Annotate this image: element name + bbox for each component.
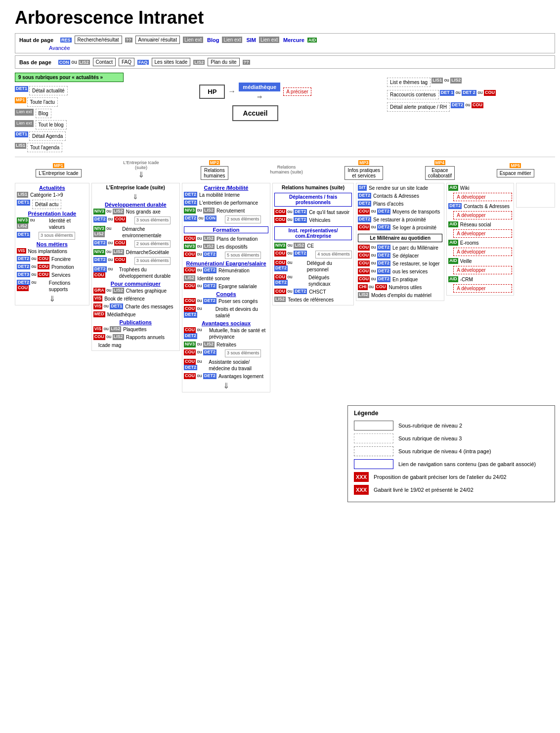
legend-text-1: Sous-rubrique de niveau 2 [398,423,462,429]
dev-box-6: A développer [453,284,512,293]
legend-sample-4 [354,459,393,469]
legend-section: Légende Sous-rubrique de niveau 2 Sous r… [347,405,555,502]
deplacements-link[interactable]: Déplacements / frais professionnels [274,193,352,207]
col-entreprise-suite: L'Entreprise Icade (suite) ⇓ Développeme… [91,183,180,351]
inst-repr-link[interactable]: Inst. représentatives/ com.Entreprise [274,226,352,240]
mediatheque-box: médiathèque [239,83,280,91]
detail-alerte: Détail alerte pratique / RH DET2 ou COU [387,102,555,112]
contact-box[interactable]: Contact [93,58,116,66]
legend-text-3: Sous rubrique de niveau 4 (intra page) [398,448,491,454]
res-badge: RES [60,38,72,43]
publications-link[interactable]: Publications [93,319,178,325]
dev-box-3: A développer [453,229,512,238]
col-rh: Carrière /Mobilité DET2La mobilité Inter… [182,183,270,392]
dev-box-4: A développer [453,248,512,256]
col-espace-metier [516,183,555,208]
col-espace-collab: AIDWiki A développer DET2Contacts & Adre… [446,183,514,296]
remuneration-link[interactable]: Rémunération/ Epargne/salaire [184,260,268,266]
lien-ext-3: Lien ext [259,37,279,43]
dev-box-1: A développer [453,193,512,201]
legend-text-6: Gabarit livré le 19/02 et présenté le 24… [374,487,474,493]
actualites-link[interactable]: Actualités [17,185,87,191]
legend-sample-3 [354,446,393,456]
mp1-badge-left: MP1 [15,97,26,103]
bas-de-page-section: Bas de page CON ou LIS2 Contact FAQ FAQ … [15,55,555,69]
legend-text-4: Lien de navigation sans contenu (pas de … [398,461,536,467]
mp1-toute-actu: MP1 Toute l'actu [15,97,124,107]
lien-ext-tout-blog: Lien ext Tout le blog [15,120,124,129]
formation-link[interactable]: Formation [184,226,268,233]
lien-ext-2: Lien ext [222,37,242,43]
legend-text-2: Sous rubrique de niveau 3 [398,435,462,441]
legend-sample-1 [354,421,393,431]
accueil-box: Accueil [232,105,279,121]
col-infos-pratiques: SITSe rendre sur un site Icade DET2Conta… [356,183,444,301]
plan-du-site-box[interactable]: Plan du site [208,58,239,66]
blog-link[interactable]: Blog [207,37,219,43]
col-rh-suite: Relations humaines (suite) Déplacements … [272,183,354,305]
mercure-link[interactable]: Mercure [283,37,304,43]
sous-rubriques-box: 9 sous rubriques pour « actualités » [15,73,124,82]
lien-ext-blog: Lien ext Blog [15,109,124,118]
pour-communiquer-link[interactable]: Pour communiquer [93,281,178,287]
nos-metiers-link[interactable]: Nos métiers [17,241,87,247]
raccourcis-contenus: Raccourcis contenus DET 1 ou DET 2 ou CO… [387,90,555,99]
haut-de-page-section: Haut de page RES Recherche/résultat ?? A… [15,33,555,53]
liste-themes-tag: List e thèmes tag LIS1 ou LIS2 [387,78,555,87]
carriere-link[interactable]: Carrière /Mobilité [184,185,268,191]
legend-sample-6: XXX [354,485,369,495]
millenaire-link[interactable]: Le Millénaire au quotidien [358,234,442,242]
question-badge: ?? [125,38,132,43]
legend-title: Légende [354,410,549,417]
dev-box-5: A développer [453,266,512,274]
legend-sample-2 [354,433,393,443]
page-title: Arborescence Intranet [15,7,555,28]
legend-text-5: Proposition de gabarit préciser lors de … [374,474,507,480]
det1-detail-agenda: DET1 Détail Agenda [15,131,124,141]
col-entreprise-icade: Actualités LIS1Catégorie 1->9 DET1Détail… [15,183,89,305]
bas-de-page-label: Bas de page [19,59,51,65]
aid-badge-haut: AID [307,38,317,43]
det1-detail-actu: DET1 Détail actualité [15,86,124,95]
det1-badge: DET1 [15,86,28,92]
haut-de-page-label: Haut de page [19,37,53,43]
avancee-link[interactable]: Avancée [49,45,70,51]
lis1-tout-agenda: LIS1 Tout l'agenda [15,143,124,152]
hp-box: HP [199,85,225,99]
lien-ext-1: Lien ext [183,37,203,43]
annuaire-box[interactable]: Annuaire/ résultat [135,36,180,44]
sim-link[interactable]: SIM [246,37,256,43]
a-preciser-box: A préciser [283,87,311,96]
presentation-link[interactable]: Présentation Icade [17,211,87,216]
conges-link[interactable]: Congés [184,291,268,297]
faq-box[interactable]: FAQ [119,58,134,66]
avantages-link[interactable]: Avantages sociaux [184,320,268,326]
dev-durable-link[interactable]: Développement durable [93,202,178,208]
legend-sample-5: XXX [354,472,369,482]
les-sites-box[interactable]: Les sites Icade [152,58,191,66]
dev-box-2: A développer [453,211,512,219]
recherche-box[interactable]: Recherche/résultat [75,36,122,44]
